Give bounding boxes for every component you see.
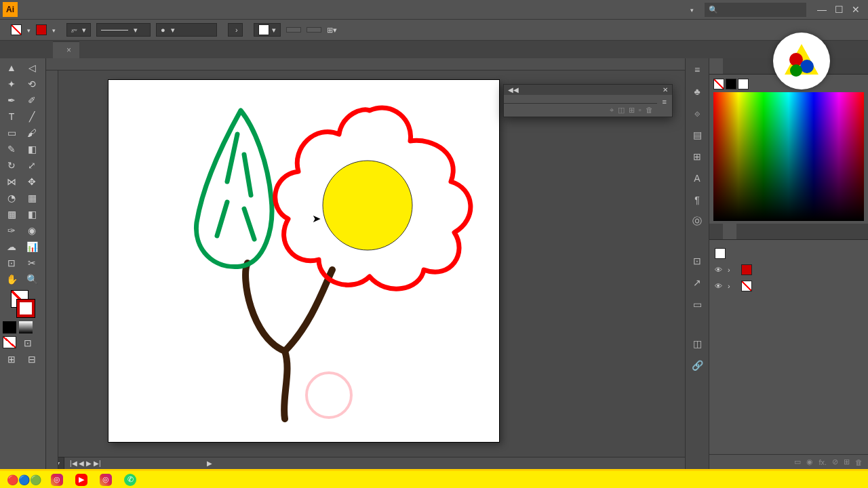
screen-mode-2[interactable]: ⊞ bbox=[1, 351, 22, 367]
fill-swatch[interactable] bbox=[11, 24, 22, 35]
line-tool[interactable]: ╱ bbox=[22, 108, 42, 125]
layers-panel[interactable]: ◀◀✕ ≡ ⌖ ◫ ⊞ ▫ 🗑 bbox=[503, 84, 673, 117]
free-transform-tool[interactable]: ✥ bbox=[22, 174, 42, 190]
transform-icon[interactable]: ⊞ bbox=[690, 149, 705, 164]
stroke-indicator[interactable] bbox=[17, 300, 35, 317]
fill-dropdown[interactable] bbox=[27, 26, 31, 34]
make-clip-icon[interactable]: ◫ bbox=[618, 106, 625, 115]
shape-builder-tool[interactable]: ◔ bbox=[1, 190, 22, 206]
stroke-profile[interactable]: ▾ bbox=[96, 23, 151, 37]
shaper-tool[interactable]: ✎ bbox=[1, 141, 22, 157]
symbols-panel-icon[interactable]: ↗ bbox=[690, 275, 705, 290]
appear-fill-swatch[interactable] bbox=[741, 281, 752, 291]
width-tool[interactable]: ⋈ bbox=[1, 174, 22, 190]
panel-close-icon[interactable]: ✕ bbox=[663, 86, 668, 94]
paragraph-icon[interactable]: ¶ bbox=[690, 192, 705, 207]
color-spectrum[interactable] bbox=[713, 92, 864, 221]
type-panel-icon[interactable]: A bbox=[690, 171, 705, 186]
curvature-tool[interactable]: ✐ bbox=[22, 92, 42, 108]
rotate-tool[interactable]: ↻ bbox=[1, 157, 22, 174]
trash-icon[interactable]: 🗑 bbox=[855, 458, 863, 466]
blend-tool[interactable]: ◉ bbox=[22, 222, 42, 239]
mesh-tool[interactable]: ▩ bbox=[1, 206, 22, 222]
expand-icon-2[interactable]: › bbox=[728, 282, 730, 290]
color-mode-gradient[interactable] bbox=[19, 321, 33, 333]
tab-color-guide[interactable] bbox=[723, 58, 736, 74]
opacity-input[interactable]: › bbox=[228, 23, 243, 37]
color-mode-none[interactable] bbox=[3, 336, 16, 348]
magic-wand-tool[interactable]: ✦ bbox=[1, 76, 22, 92]
appear-stroke-swatch[interactable] bbox=[741, 264, 752, 275]
tab-appearance[interactable] bbox=[723, 224, 736, 239]
type-tool[interactable]: T bbox=[1, 108, 22, 125]
align-panel-icon[interactable]: ▤ bbox=[690, 127, 705, 142]
paintbrush-tool[interactable]: 🖌 bbox=[22, 125, 42, 141]
zoom-tool[interactable]: 🔍 bbox=[22, 271, 42, 287]
clear-icon[interactable]: ⊘ bbox=[832, 458, 838, 466]
artboard[interactable]: ➤ bbox=[108, 80, 499, 442]
visibility-icon[interactable]: 👁 bbox=[715, 266, 722, 274]
fx-icon[interactable]: fx. bbox=[818, 458, 827, 466]
duplicate-icon[interactable]: ⊞ bbox=[844, 458, 850, 466]
color-white-swatch[interactable] bbox=[738, 79, 749, 89]
minimize-button[interactable]: — bbox=[817, 4, 827, 15]
screen-mode[interactable]: ⊡ bbox=[18, 335, 38, 351]
glyphs-icon[interactable]: ⓞ bbox=[690, 214, 705, 229]
rectangle-tool[interactable]: ▭ bbox=[1, 125, 22, 141]
eraser-tool[interactable]: ◧ bbox=[22, 141, 42, 157]
maximize-button[interactable]: ☐ bbox=[835, 4, 844, 15]
close-button[interactable]: ✕ bbox=[852, 4, 860, 15]
selection-tool[interactable]: ▲ bbox=[1, 60, 22, 76]
libraries-icon[interactable]: ♣ bbox=[690, 84, 705, 99]
workspace-switcher[interactable] bbox=[685, 2, 699, 17]
slice-tool[interactable]: ✂ bbox=[22, 255, 42, 271]
visibility-icon-2[interactable]: 👁 bbox=[715, 282, 722, 290]
close-tab-icon[interactable]: × bbox=[66, 45, 71, 55]
color-black-swatch[interactable] bbox=[726, 79, 736, 89]
stroke-dropdown[interactable] bbox=[52, 26, 56, 34]
locate-icon[interactable]: ⌖ bbox=[610, 106, 614, 115]
direct-selection-tool[interactable]: ◁ bbox=[22, 60, 42, 76]
scroll-arrow[interactable]: ▶ bbox=[207, 460, 212, 467]
scale-tool[interactable]: ⤢ bbox=[22, 157, 42, 174]
artboard-nav[interactable]: |◀ ◀ ▶ ▶| bbox=[70, 460, 101, 467]
panel-collapse-icon[interactable]: ◀◀ bbox=[508, 86, 519, 94]
tab-swatches[interactable] bbox=[854, 58, 868, 74]
brushes-icon[interactable]: ⟐ bbox=[690, 106, 705, 121]
document-tab[interactable]: × bbox=[53, 41, 79, 58]
artboards-panel-icon[interactable]: ▭ bbox=[690, 297, 705, 312]
links-icon[interactable]: 🔗 bbox=[690, 358, 705, 373]
color-fill-swatch[interactable] bbox=[713, 79, 724, 89]
stroke-weight-input[interactable]: 𝄶▾ bbox=[66, 23, 91, 37]
graphic-style[interactable]: ▾ bbox=[254, 23, 281, 37]
properties-icon[interactable]: ≡ bbox=[690, 62, 705, 77]
delete-layer-icon[interactable]: 🗑 bbox=[646, 106, 653, 115]
align-icon[interactable]: ⊞▾ bbox=[327, 26, 337, 35]
panel-menu-icon[interactable]: ≡ bbox=[657, 95, 672, 108]
fill-stroke-control[interactable] bbox=[11, 290, 35, 317]
hand-tool[interactable]: ✋ bbox=[1, 271, 22, 287]
new-layer-icon[interactable]: ▫ bbox=[639, 106, 642, 115]
artboard-tool[interactable]: ⊡ bbox=[1, 255, 22, 271]
stroke-swatch[interactable] bbox=[36, 24, 47, 35]
preferences-button[interactable] bbox=[307, 27, 321, 33]
pen-tool[interactable]: ✒ bbox=[1, 92, 22, 108]
expand-icon[interactable]: › bbox=[728, 266, 730, 274]
new-sublayer-icon[interactable]: ⊞ bbox=[629, 106, 635, 115]
eyedropper-tool[interactable]: ✑ bbox=[1, 222, 22, 239]
lasso-tool[interactable]: ⟲ bbox=[22, 76, 42, 92]
gradient-tool[interactable]: ◧ bbox=[22, 206, 42, 222]
brush-definition[interactable]: ●▾ bbox=[156, 23, 217, 37]
perspective-tool[interactable]: ▦ bbox=[22, 190, 42, 206]
tab-artboards[interactable] bbox=[709, 224, 723, 239]
column-graph-tool[interactable]: 📊 bbox=[22, 239, 42, 255]
layers-tab[interactable] bbox=[504, 96, 515, 102]
layers-panel-icon[interactable]: ◫ bbox=[690, 336, 705, 351]
canvas-viewport[interactable]: ➤ bbox=[46, 70, 685, 457]
search-stock-input[interactable]: 🔍 bbox=[705, 3, 806, 17]
color-mode-solid[interactable] bbox=[3, 321, 16, 333]
add-fill-icon[interactable]: ◉ bbox=[806, 458, 813, 466]
add-stroke-icon[interactable]: ▭ bbox=[794, 458, 801, 466]
asset-export-icon[interactable]: ⊡ bbox=[690, 253, 705, 268]
edit-toolbar[interactable]: ⊟ bbox=[22, 351, 42, 367]
